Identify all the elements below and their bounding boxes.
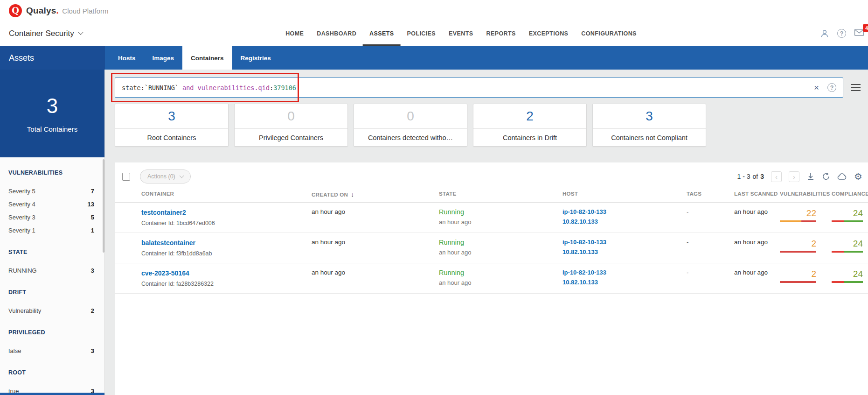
refresh-icon[interactable] [822, 172, 830, 181]
help-icon[interactable]: ? [837, 29, 846, 38]
notification-badge: 4 [863, 24, 868, 32]
tab-hosts[interactable]: Hosts [110, 46, 144, 70]
facet-severity-1[interactable]: Severity 1 1 [0, 224, 104, 237]
filters-sidebar: 3 Total Containers VULNERABILITIES Sever… [0, 70, 105, 395]
download-icon[interactable] [806, 172, 815, 181]
column-header-vulnerabilities[interactable]: VULNERABILITIES [780, 191, 832, 197]
select-all-checkbox[interactable] [122, 173, 130, 181]
cloud-icon[interactable] [837, 173, 847, 180]
nav-reports[interactable]: REPORTS [479, 21, 522, 46]
chevron-down-icon [78, 29, 83, 35]
host-ip-link[interactable]: 10.82.10.133 [562, 248, 687, 255]
nav-policies[interactable]: POLICIES [401, 21, 443, 46]
facet-severity-4[interactable]: Severity 4 13 [0, 198, 104, 211]
tab-containers[interactable]: Containers [182, 46, 232, 70]
facet-drift-vulnerability[interactable]: Vulnerability 2 [0, 304, 104, 317]
facet-severity-3[interactable]: Severity 3 5 [0, 211, 104, 224]
table-toolbar: Actions (0) 1 - 3 of 3 ‹ › [115, 162, 868, 188]
state-cell: Running an hour ago [439, 269, 562, 286]
compliance-bar [832, 281, 863, 283]
tags-cell: - [687, 208, 734, 215]
host-name-link[interactable]: ip-10-82-10-133 [562, 239, 687, 246]
host-ip-link[interactable]: 10.82.10.133 [562, 218, 687, 225]
host-ip-link[interactable]: 10.82.10.133 [562, 279, 687, 286]
prev-page-button[interactable]: ‹ [771, 171, 782, 182]
column-header-created-on[interactable]: CREATED ON↓ [312, 191, 439, 198]
table-row: balatestcontainer Container Id: f3fb1dd8… [115, 233, 868, 263]
vulnerabilities-metric[interactable]: 2 [780, 269, 816, 283]
stat-card-root-containers[interactable]: 3 Root Containers [115, 104, 229, 147]
vulnerabilities-metric[interactable]: 22 [780, 208, 816, 222]
secondary-header: Container Security HOME DASHBOARD ASSETS… [0, 21, 868, 46]
next-page-button[interactable]: › [789, 171, 799, 182]
qualys-logo[interactable]: Q Qualys. Cloud Platform [9, 4, 109, 17]
container-name-link[interactable]: testcontainer2 [141, 209, 186, 216]
state-value: Running [439, 269, 562, 276]
facet-severity-5[interactable]: Severity 5 7 [0, 184, 104, 198]
actions-button[interactable]: Actions (0) [140, 169, 191, 183]
compliance-bar [832, 220, 863, 222]
nav-home[interactable]: HOME [279, 21, 310, 46]
total-containers-label: Total Containers [27, 125, 77, 133]
total-containers-count: 3 [47, 94, 58, 118]
sidebar-scrollbar-thumb[interactable] [103, 159, 104, 253]
vulnerabilities-cell: 2 [780, 269, 832, 283]
vulnerabilities-metric[interactable]: 2 [780, 239, 816, 253]
facet-title-state: STATE [8, 249, 96, 255]
column-header-tags[interactable]: TAGS [687, 191, 734, 197]
nav-events[interactable]: EVENTS [442, 21, 479, 46]
clear-search-icon[interactable]: × [814, 83, 819, 92]
tab-images[interactable]: Images [144, 46, 183, 70]
settings-gear-icon[interactable]: ⚙ [854, 172, 862, 181]
host-name-link[interactable]: ip-10-82-10-133 [562, 269, 687, 276]
table-row: testcontainer2 Container Id: 1bcd647ed00… [115, 203, 868, 233]
facet-privileged-false[interactable]: false 3 [0, 344, 104, 357]
search-help-icon[interactable]: ? [827, 83, 836, 92]
module-selector[interactable]: Container Security [9, 29, 83, 38]
stat-card-containers-not-compliant[interactable]: 3 Containers not Compliant [592, 104, 706, 147]
container-cell: balatestcontainer Container Id: f3fb1dd8… [141, 239, 312, 257]
compliance-metric[interactable]: 24 [832, 269, 863, 283]
messages-icon[interactable]: 4 [854, 28, 864, 38]
container-cell: cve-2023-50164 Container Id: fa28b328632… [141, 269, 312, 287]
sidebar-facets: VULNERABILITIES Severity 5 7 Severity 4 … [0, 157, 104, 395]
compliance-metric[interactable]: 24 [832, 239, 863, 253]
column-header-last-scanned[interactable]: LAST SCANNED [734, 191, 780, 197]
section-bar: Assets Hosts Images Containers Registrie… [0, 46, 868, 70]
module-label: Container Security [9, 29, 74, 38]
brand-dot: . [56, 6, 59, 15]
compliance-metric[interactable]: 24 [832, 208, 863, 222]
tab-registries[interactable]: Registries [232, 46, 279, 70]
column-header-state[interactable]: STATE [439, 191, 562, 197]
state-value: Running [439, 239, 562, 246]
search-input[interactable]: state:`RUNNING` and vulnerabilities.qid:… [115, 78, 843, 98]
column-header-container[interactable]: CONTAINER [141, 191, 312, 197]
column-header-host[interactable]: HOST [562, 191, 687, 197]
container-id: Container Id: f3fb1dd8a6ab [141, 250, 312, 257]
nav-exceptions[interactable]: EXCEPTIONS [522, 21, 575, 46]
stat-card-privileged-containers[interactable]: 0 Privileged Containers [234, 104, 348, 147]
container-id: Container Id: 1bcd647ed006 [141, 220, 312, 226]
menu-icon[interactable] [851, 82, 861, 93]
stat-card-containers-in-drift[interactable]: 2 Containers in Drift [473, 104, 587, 147]
stat-card-containers-detected[interactable]: 0 Containers detected witho… [354, 104, 467, 147]
state-since: an hour ago [439, 249, 562, 256]
state-since: an hour ago [439, 279, 562, 286]
facet-state-running[interactable]: RUNNING 3 [0, 264, 104, 277]
nav-dashboard[interactable]: DASHBOARD [310, 21, 363, 46]
nav-configurations[interactable]: CONFIGURATIONS [575, 21, 643, 46]
container-name-link[interactable]: balatestcontainer [141, 239, 195, 247]
asset-tabs: Hosts Images Containers Registries [105, 46, 868, 70]
last-scanned-cell: an hour ago [734, 208, 780, 215]
brand-suffix: Cloud Platform [62, 7, 108, 15]
state-cell: Running an hour ago [439, 208, 562, 226]
container-name-link[interactable]: cve-2023-50164 [141, 269, 189, 277]
host-cell: ip-10-82-10-133 10.82.10.133 [562, 269, 687, 286]
host-name-link[interactable]: ip-10-82-10-133 [562, 208, 687, 215]
user-icon[interactable] [820, 29, 829, 38]
facet-title-vulnerabilities: VULNERABILITIES [8, 169, 96, 176]
column-header-compliance[interactable]: COMPLIANCE [832, 191, 868, 197]
containers-table-panel: Actions (0) 1 - 3 of 3 ‹ › [115, 162, 868, 395]
nav-assets[interactable]: ASSETS [363, 21, 400, 46]
table-row: cve-2023-50164 Container Id: fa28b328632… [115, 263, 868, 294]
